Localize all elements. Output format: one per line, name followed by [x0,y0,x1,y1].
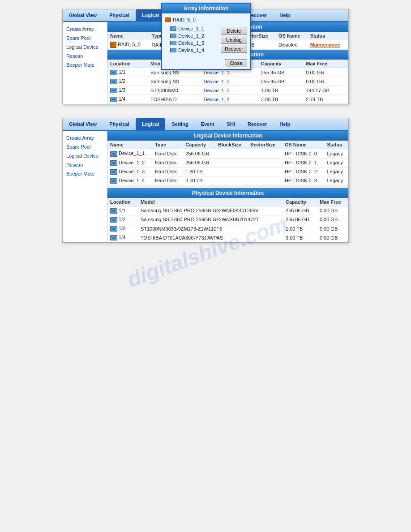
l2-type-4: Hard Disk [152,176,183,185]
col-osname-1: OS Name [276,32,308,40]
status-badge-1[interactable]: Maintenance [310,42,340,47]
nav-shi-2[interactable]: SHI [221,118,241,130]
nav-recover-2[interactable]: Recover [241,118,273,130]
hdd3-icon-3 [110,226,117,232]
physical-section-container-1: Physical Device Information Location Mod… [107,50,348,104]
physical-row-1-2[interactable]: 1/2 Samsung SS Device_1_2 255.95 GB 0.00… [107,77,348,86]
p2-model-4: TOSHIBA DT01ACA300-Y73JJWPAS [138,233,283,242]
popup-device-label-2: Device_1_2 [178,33,204,39]
hdd3-icon-1 [110,208,117,214]
panel-2: Global View Physical Logical Setting Eve… [62,118,349,243]
p2-loc-4: 1/4 [107,233,138,242]
l2-bs-1 [215,149,248,158]
p-loc-1-1: 1/1 [107,68,148,77]
logical2-row-2[interactable]: Device_1_2 Hard Disk 256.06 GB HPT DISK … [107,158,348,167]
physical-row-1-4[interactable]: 1/4 TOSHIBA D Device_1_4 3.00 TB 2.74 TB [107,95,348,104]
pcol-location-1: Location [107,60,148,68]
p2col-maxfree: Max Free [317,198,348,206]
p-dev-label-1-3: Device_1_3 [201,86,250,95]
physical2-row-4[interactable]: 1/4 TOSHIBA DT01ACA300-Y73JJWPAS 3.00 TB… [107,233,348,242]
l2-bs-3 [215,167,248,176]
nav-help-1[interactable]: Help [273,9,296,21]
p-model-1-3: ST1000NM0 [148,86,201,95]
popup-recover-button[interactable]: Recover [221,45,247,53]
physical-row-1-3[interactable]: 1/3 ST1000NM0 Device_1_3 1.00 TB 744.17 … [107,86,348,95]
pcol-empty2-1 [250,60,258,68]
l2col-sectorsize: SectorSize [248,141,282,149]
popup-device-icon-4 [170,48,176,52]
nav-setting-2[interactable]: Setting [165,118,194,130]
popup-close-row: Close [162,57,250,69]
nav-global-view-1[interactable]: Global View [63,9,103,21]
l2-cap-1: 256.06 GB [183,149,215,158]
hdd-icon-1-3 [110,88,117,93]
p2-model-3: ST1000NM0033-9ZM173-Z1W110F6 [138,224,283,233]
p2-maxfree-1: 0.00 GB [317,206,348,215]
nav-physical-2[interactable]: Physical [103,118,136,130]
p-maxfree-1-3: 744.17 GB [303,86,348,95]
hdd2-icon-2 [110,160,117,166]
p-loc-1-2: 1/2 [107,77,148,86]
p-dev-empty-1-4 [250,95,258,104]
physical2-row-1[interactable]: 1/1 Samsung SSD 860 PRO 256GB-S42WNF0K40… [107,206,348,215]
nav-event-2[interactable]: Event [195,118,221,130]
l2-name-1: Device_1_1 [107,149,152,158]
logical2-row-3[interactable]: Device_1_3 Hard Disk 1.80 TB HPT DISK 0_… [107,167,348,176]
p-dev-empty-1-3 [250,86,258,95]
popup-raid-icon [165,17,171,22]
popup-device-item-4[interactable]: Device_1_4 [165,47,221,54]
nav-physical-1[interactable]: Physical [103,9,136,21]
l2-ss-1 [248,149,282,158]
l2-osname-1: HPT DISK 0_0 [282,149,325,158]
p2-loc-3: 1/3 [107,224,138,233]
sidebar-logical-device-2[interactable]: Logical Device [63,151,107,160]
logical-status-1[interactable]: Maintenance [308,40,348,50]
col-status-1: Status [308,32,348,40]
main-1: Logical Device Information Name Type Cap… [107,22,348,104]
popup-device-label-1: Device_1_1 [178,26,204,31]
l2-status-4: Legacy [324,176,348,185]
popup-unplug-button[interactable]: Unplug [221,36,247,44]
popup-device-item-3[interactable]: Device_1_3 [165,39,221,47]
sidebar-rescan-1[interactable]: Rescan [63,51,107,60]
nav-help-2[interactable]: Help [273,118,296,130]
popup-device-item-1[interactable]: Device_1_1 [165,25,221,32]
logical2-row-1[interactable]: Device_1_1 Hard Disk 256.06 GB HPT DISK … [107,149,348,158]
l2-status-2: Legacy [324,158,348,167]
p2-maxfree-3: 0.00 GB [317,224,348,233]
p2col-capacity: Capacity [283,198,317,206]
p2-cap-2: 256.06 GB [283,215,317,224]
pcol-capacity-1: Capacity [258,60,304,68]
sidebar-spare-pool-1[interactable]: Spare Pool [63,34,107,43]
l2-status-3: Legacy [324,167,348,176]
sidebar-logical-device-1[interactable]: Logical Device [63,43,107,51]
p-loc-1-3: 1/3 [107,86,148,95]
popup-close-button[interactable]: Close [225,59,247,67]
popup-delete-button[interactable]: Delete [221,27,247,35]
sidebar-beeper-mute-1[interactable]: Beeper Mute [63,60,107,69]
p-cap-1-2: 255.95 GB [258,77,304,86]
p-maxfree-1-1: 0.00 GB [303,68,348,77]
l2-name-3: Device_1_3 [107,167,152,176]
physical2-row-3[interactable]: 1/3 ST1000NM0033-9ZM173-Z1W110F6 1.00 TB… [107,224,348,233]
logical-section-header-2: Logical Device Information [107,131,348,141]
sidebar-rescan-2[interactable]: Rescan [63,160,107,169]
sidebar-create-array-2[interactable]: Create Array [63,133,107,142]
nav-global-view-2[interactable]: Global View [63,118,103,130]
sidebar-create-array-1[interactable]: Create Array [63,25,107,34]
popup-device-item-2[interactable]: Device_1_2 [165,32,221,39]
logical2-row-4[interactable]: Device_1_4 Hard Disk 3.00 TB HPT DISK 0_… [107,176,348,185]
l2-osname-4: HPT DISK 0_3 [282,176,325,185]
p2-cap-1: 256.06 GB [283,206,317,215]
sidebar-spare-pool-2[interactable]: Spare Pool [63,142,107,151]
p2-maxfree-2: 0.00 GB [317,215,348,224]
physical2-row-2[interactable]: 1/2 Samsung SSD 860 PRO 256GB-S42WNX0R70… [107,215,348,224]
p2-model-1: Samsung SSD 860 PRO 256GB-S42WNF0K401266… [138,206,283,215]
l2-type-3: Hard Disk [152,167,183,176]
sidebar-beeper-mute-2[interactable]: Beeper Mute [63,169,107,178]
l2-osname-2: HPT DISK 0_1 [282,158,325,167]
content-area-2: Create Array Spare Pool Logical Device R… [63,131,348,242]
l2-cap-4: 3.00 TB [183,176,215,185]
pcol-maxfree-1: Max Free [303,60,348,68]
nav-logical-2[interactable]: Logical [136,118,166,130]
